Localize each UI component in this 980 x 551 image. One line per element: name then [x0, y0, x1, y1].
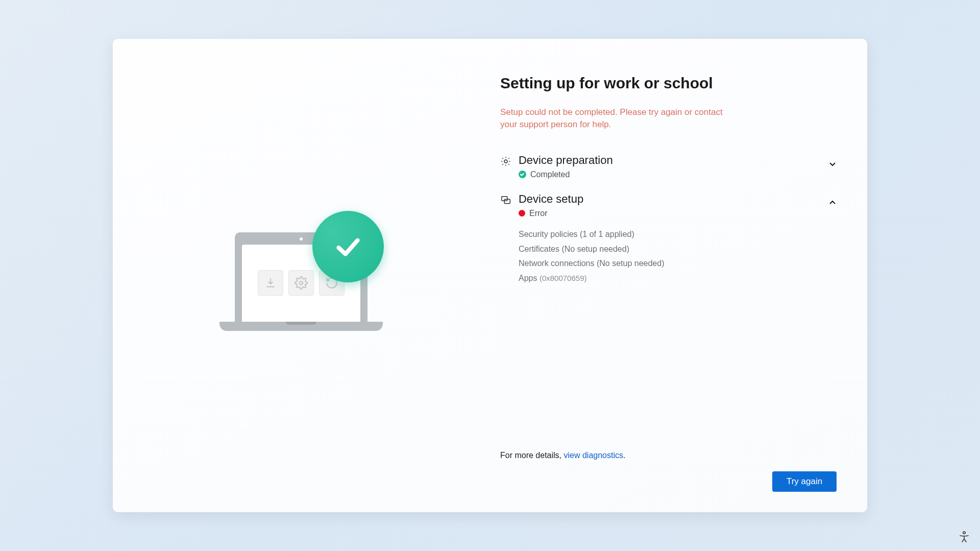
download-icon: [258, 270, 283, 296]
chevron-up-icon: [828, 199, 837, 207]
chevron-down-icon: [828, 160, 837, 168]
laptop-base: [219, 322, 383, 331]
error-icon: [519, 210, 525, 217]
checkmark-badge-icon: [312, 211, 384, 282]
accessibility-icon[interactable]: [958, 531, 971, 544]
illustration-pane: [113, 39, 490, 513]
success-icon: [519, 171, 526, 178]
section-header-preparation[interactable]: Device preparation Completed: [500, 154, 837, 179]
spacer: [500, 299, 837, 451]
section-details: Security policies (1 of 1 applied) Certi…: [519, 227, 837, 286]
detail-apps: Apps (0x80070659): [519, 271, 837, 286]
content-pane: Setting up for work or school Setup coul…: [490, 39, 867, 513]
setup-card: Setting up for work or school Setup coul…: [113, 39, 867, 513]
button-row: Try again: [500, 471, 837, 492]
detail-apps-label: Apps: [519, 274, 540, 282]
gear-icon: [500, 156, 511, 167]
laptop-notch: [286, 322, 316, 325]
svg-point-4: [963, 532, 965, 534]
status-row: Completed: [519, 170, 613, 179]
status-text: Completed: [530, 170, 570, 179]
section-device-setup: Device setup Error Security policies (1 …: [500, 193, 837, 286]
view-diagnostics-link[interactable]: view diagnostics: [564, 451, 623, 460]
svg-point-1: [504, 160, 507, 163]
page-title: Setting up for work or school: [500, 75, 837, 92]
camera-dot-icon: [300, 237, 303, 241]
section-heading-wrap: Device setup Error: [519, 193, 583, 218]
detail-apps-code: (0x80070659): [540, 274, 587, 282]
status-row: Error: [519, 209, 583, 218]
details-suffix: .: [623, 451, 625, 460]
section-heading-wrap: Device preparation Completed: [519, 154, 613, 179]
laptop-illustration: [219, 232, 383, 350]
detail-security: Security policies (1 of 1 applied): [519, 227, 837, 242]
svg-point-0: [300, 281, 303, 285]
detail-certificates: Certificates (No setup needed): [519, 242, 837, 257]
details-prefix: For more details,: [500, 451, 564, 460]
details-footer: For more details, view diagnostics.: [500, 451, 837, 460]
detail-network: Network connections (No setup needed): [519, 256, 837, 271]
devices-icon: [500, 195, 511, 206]
section-title: Device preparation: [519, 154, 613, 167]
laptop-screen: [235, 232, 368, 322]
status-text: Error: [529, 209, 548, 218]
section-header-setup[interactable]: Device setup Error: [500, 193, 837, 218]
section-title: Device setup: [519, 193, 583, 206]
gear-icon: [288, 270, 314, 296]
section-device-preparation: Device preparation Completed: [500, 154, 837, 179]
error-message: Setup could not be completed. Please try…: [500, 106, 725, 131]
try-again-button[interactable]: Try again: [772, 471, 837, 492]
